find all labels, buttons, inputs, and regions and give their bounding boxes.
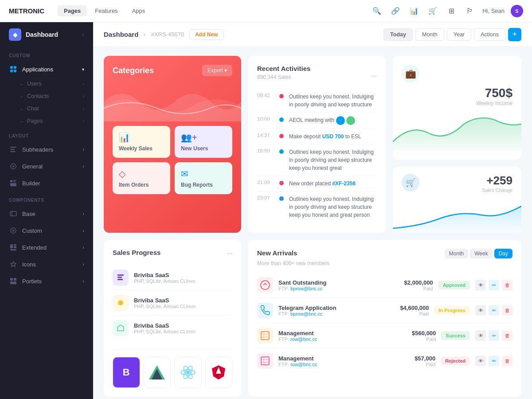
sidebar-section-custom: CUSTOM	[0, 47, 93, 61]
action-view-2[interactable]: 👁	[475, 305, 486, 316]
custom-chevron: ›	[83, 228, 84, 233]
nav-tab-apps[interactable]: Apps	[126, 5, 152, 16]
activity-link-5[interactable]: #XF-2356	[332, 180, 356, 187]
action-edit-1[interactable]: ✏	[489, 280, 499, 290]
logo-angular[interactable]	[205, 357, 233, 388]
arrival-icon-4	[257, 353, 273, 369]
sidebar-item-custom[interactable]: Custom ›	[0, 222, 93, 239]
logo-react[interactable]	[174, 357, 202, 388]
network-icon[interactable]: 🔗	[389, 5, 402, 17]
add-new-button[interactable]: Add New	[189, 29, 223, 40]
svg-rect-42	[261, 357, 269, 365]
base-icon	[9, 209, 18, 218]
item-orders-label: Item Orders	[119, 182, 164, 188]
activity-time-2: 10:00	[257, 116, 274, 121]
arrival-actions-4: 👁 ✏ 🗑	[475, 356, 512, 366]
action-edit-4[interactable]: ✏	[489, 356, 499, 366]
arrivals-subtitle: More than 400+ new members	[257, 260, 512, 266]
sub-card-bug-reports[interactable]: ✉ Bug Reports	[175, 162, 232, 194]
action-view-3[interactable]: 👁	[475, 330, 486, 341]
action-delete-2[interactable]: 🗑	[502, 305, 512, 316]
actions-button[interactable]: Actions	[474, 28, 505, 41]
action-delete-1[interactable]: 🗑	[502, 280, 512, 290]
arrival-row-4: Management FTP: row@bnc.cc $57,000 Paid …	[257, 348, 512, 373]
grid-icon[interactable]: ⊞	[445, 5, 458, 17]
progress-sub-1: PHP, SQLite, Artisan CLImm	[134, 278, 232, 284]
subheaders-icon	[9, 145, 18, 154]
progress-icon-1	[113, 270, 129, 286]
logo-vue[interactable]	[144, 357, 171, 388]
action-view-1[interactable]: 👁	[475, 280, 486, 290]
action-view-4[interactable]: 👁	[475, 356, 486, 366]
sidebar-item-base[interactable]: Base ›	[0, 205, 93, 222]
activity-time-1: 08:42	[257, 93, 274, 98]
arrival-ftp-4: FTP: row@bnc.cc	[278, 362, 390, 367]
new-arrivals-card: New Arrivals Month Week Day More than 40…	[248, 240, 521, 397]
period-today-button[interactable]: Today	[383, 28, 413, 41]
svg-rect-12	[10, 183, 16, 186]
sidebar-item-applications[interactable]: Applications ▾	[0, 61, 93, 78]
chart-icon[interactable]: 📊	[408, 5, 420, 17]
sales-change-card: 🛒 +259 Sales Change	[393, 167, 521, 233]
progress-info-2: Briviba SaaS PHP, SQLite, Artisan CLImm	[134, 297, 232, 309]
activity-item-4: 16:50 Outlines keep you honest. Indulgin…	[257, 145, 377, 176]
sidebar-sub-users[interactable]: – Users ›	[0, 78, 93, 90]
flag-icon[interactable]: 🏳	[464, 5, 476, 17]
sidebar-item-subheaders[interactable]: Subheaders ›	[0, 141, 93, 158]
filter-month-button[interactable]: Month	[445, 249, 468, 258]
applications-chevron: ▾	[82, 67, 84, 72]
svg-rect-17	[14, 246, 16, 248]
action-edit-3[interactable]: ✏	[489, 330, 499, 341]
search-icon[interactable]: 🔍	[371, 5, 383, 17]
arrival-amount-sub-4: Paid	[395, 362, 435, 367]
sidebar: ◆ Dashboard ‹ CUSTOM Applications ▾ – Us…	[0, 22, 93, 399]
sub-card-weekly-sales[interactable]: 📊 Weekly Sales	[113, 126, 170, 158]
logo-bootstrap[interactable]: B	[113, 357, 140, 388]
general-icon	[9, 162, 18, 171]
activities-menu[interactable]: ···	[371, 72, 377, 80]
export-button[interactable]: Export ▾	[202, 65, 232, 76]
extended-chevron: ›	[83, 245, 84, 250]
action-delete-4[interactable]: 🗑	[502, 356, 512, 366]
sidebar-item-portlets[interactable]: Portlets ›	[0, 273, 93, 289]
nav-tab-pages[interactable]: Pages	[58, 5, 87, 16]
nav-tab-features[interactable]: Features	[89, 5, 124, 16]
period-month-button[interactable]: Month	[415, 28, 444, 41]
avatar[interactable]: S	[511, 5, 523, 17]
sub-header-right: Today Month Year Actions +	[383, 28, 521, 41]
status-badge-1: Approved	[438, 281, 470, 289]
filter-week-button[interactable]: Week	[470, 249, 492, 258]
sidebar-item-general[interactable]: General ›	[0, 158, 93, 175]
filter-day-button[interactable]: Day	[494, 249, 512, 258]
action-delete-3[interactable]: 🗑	[502, 330, 512, 341]
status-badge-3: Success	[441, 331, 470, 340]
progress-sub-2: PHP, SQLite, Artisan CLImm	[134, 304, 232, 309]
sidebar-item-extended[interactable]: Extended ›	[0, 239, 93, 256]
sub-card-new-users[interactable]: 👥+ New Users	[175, 126, 232, 158]
subheaders-chevron: ›	[83, 147, 84, 152]
sidebar-sub-pages[interactable]: – Pages ›	[0, 115, 93, 127]
arrivals-title: New Arrivals	[257, 249, 297, 257]
sidebar-collapse-icon[interactable]: ‹	[82, 31, 84, 38]
action-edit-2[interactable]: ✏	[489, 305, 499, 316]
svg-marker-29	[117, 325, 124, 331]
builder-icon	[9, 179, 18, 188]
add-widget-button[interactable]: +	[508, 28, 521, 41]
progress-item-1: Briviba SaaS PHP, SQLite, Artisan CLImm	[113, 265, 232, 290]
sidebar-sub-contacts[interactable]: – Contacts ›	[0, 90, 93, 102]
activity-link-3[interactable]: USD 700	[322, 133, 344, 140]
sidebar-sub-chat[interactable]: – Chat ›	[0, 102, 93, 115]
svg-rect-11	[13, 181, 16, 182]
recent-activities-card: Recent Activities 890,344 Sales ··· 08:4…	[248, 56, 386, 233]
sidebar-item-icons[interactable]: Icons ›	[0, 256, 93, 273]
sidebar-item-builder[interactable]: Builder	[0, 175, 93, 192]
cart-icon[interactable]: 🛒	[426, 5, 439, 17]
period-year-button[interactable]: Year	[447, 28, 471, 41]
arrival-amount-value-4: $57,000	[395, 355, 435, 362]
sub-card-item-orders[interactable]: ◇ Item Orders	[113, 162, 170, 194]
sales-progress-menu[interactable]: ···	[227, 250, 232, 258]
income-avatar-icon: 💼	[402, 65, 419, 82]
svg-rect-19	[10, 249, 16, 250]
activity-item-2: 10:00 AEOL meeting with	[257, 113, 377, 129]
bug-reports-label: Bug Reports	[181, 182, 226, 188]
